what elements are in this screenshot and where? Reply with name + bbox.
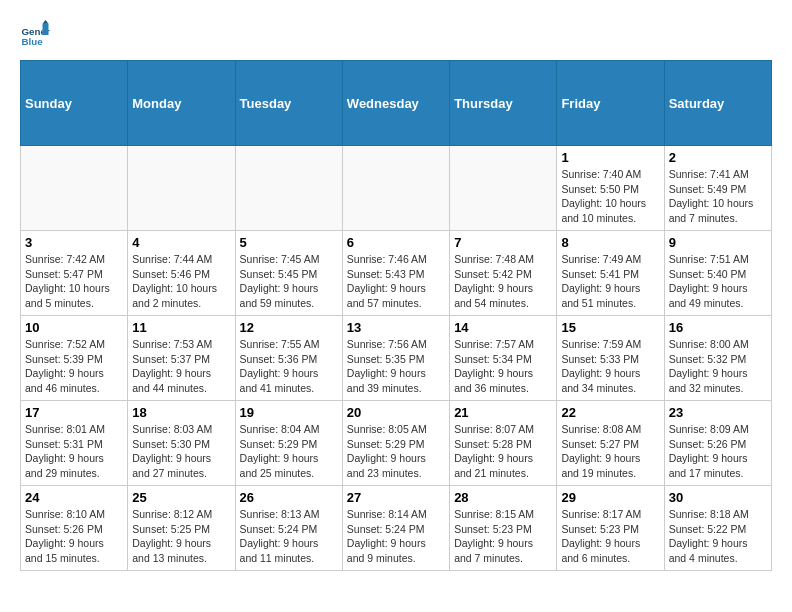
calendar-cell: 8Sunrise: 7:49 AM Sunset: 5:41 PM Daylig… xyxy=(557,231,664,316)
day-info: Sunrise: 8:07 AM Sunset: 5:28 PM Dayligh… xyxy=(454,422,552,481)
weekday-header: Tuesday xyxy=(235,61,342,146)
calendar-cell: 27Sunrise: 8:14 AM Sunset: 5:24 PM Dayli… xyxy=(342,486,449,571)
day-number: 24 xyxy=(25,490,123,505)
day-info: Sunrise: 7:53 AM Sunset: 5:37 PM Dayligh… xyxy=(132,337,230,396)
day-info: Sunrise: 7:48 AM Sunset: 5:42 PM Dayligh… xyxy=(454,252,552,311)
svg-marker-2 xyxy=(43,24,49,35)
day-number: 5 xyxy=(240,235,338,250)
day-number: 19 xyxy=(240,405,338,420)
calendar-cell: 23Sunrise: 8:09 AM Sunset: 5:26 PM Dayli… xyxy=(664,401,771,486)
day-info: Sunrise: 7:49 AM Sunset: 5:41 PM Dayligh… xyxy=(561,252,659,311)
calendar-cell: 18Sunrise: 8:03 AM Sunset: 5:30 PM Dayli… xyxy=(128,401,235,486)
day-info: Sunrise: 8:10 AM Sunset: 5:26 PM Dayligh… xyxy=(25,507,123,566)
day-number: 22 xyxy=(561,405,659,420)
calendar-cell xyxy=(235,146,342,231)
day-info: Sunrise: 8:01 AM Sunset: 5:31 PM Dayligh… xyxy=(25,422,123,481)
day-number: 16 xyxy=(669,320,767,335)
calendar-table: SundayMondayTuesdayWednesdayThursdayFrid… xyxy=(20,60,772,571)
day-info: Sunrise: 7:57 AM Sunset: 5:34 PM Dayligh… xyxy=(454,337,552,396)
calendar-cell: 15Sunrise: 7:59 AM Sunset: 5:33 PM Dayli… xyxy=(557,316,664,401)
calendar-cell: 3Sunrise: 7:42 AM Sunset: 5:47 PM Daylig… xyxy=(21,231,128,316)
calendar-cell: 2Sunrise: 7:41 AM Sunset: 5:49 PM Daylig… xyxy=(664,146,771,231)
day-number: 27 xyxy=(347,490,445,505)
calendar-cell: 13Sunrise: 7:56 AM Sunset: 5:35 PM Dayli… xyxy=(342,316,449,401)
day-info: Sunrise: 7:41 AM Sunset: 5:49 PM Dayligh… xyxy=(669,167,767,226)
day-number: 14 xyxy=(454,320,552,335)
weekday-header: Friday xyxy=(557,61,664,146)
calendar-cell: 9Sunrise: 7:51 AM Sunset: 5:40 PM Daylig… xyxy=(664,231,771,316)
day-info: Sunrise: 8:13 AM Sunset: 5:24 PM Dayligh… xyxy=(240,507,338,566)
day-number: 28 xyxy=(454,490,552,505)
calendar-cell: 21Sunrise: 8:07 AM Sunset: 5:28 PM Dayli… xyxy=(450,401,557,486)
calendar-cell: 19Sunrise: 8:04 AM Sunset: 5:29 PM Dayli… xyxy=(235,401,342,486)
day-number: 8 xyxy=(561,235,659,250)
calendar-cell xyxy=(21,146,128,231)
calendar-cell: 10Sunrise: 7:52 AM Sunset: 5:39 PM Dayli… xyxy=(21,316,128,401)
day-number: 2 xyxy=(669,150,767,165)
day-info: Sunrise: 8:12 AM Sunset: 5:25 PM Dayligh… xyxy=(132,507,230,566)
day-info: Sunrise: 7:42 AM Sunset: 5:47 PM Dayligh… xyxy=(25,252,123,311)
day-number: 17 xyxy=(25,405,123,420)
day-info: Sunrise: 8:09 AM Sunset: 5:26 PM Dayligh… xyxy=(669,422,767,481)
day-info: Sunrise: 7:52 AM Sunset: 5:39 PM Dayligh… xyxy=(25,337,123,396)
day-info: Sunrise: 8:14 AM Sunset: 5:24 PM Dayligh… xyxy=(347,507,445,566)
calendar-cell: 11Sunrise: 7:53 AM Sunset: 5:37 PM Dayli… xyxy=(128,316,235,401)
weekday-header: Sunday xyxy=(21,61,128,146)
day-number: 7 xyxy=(454,235,552,250)
day-number: 12 xyxy=(240,320,338,335)
weekday-header: Thursday xyxy=(450,61,557,146)
weekday-header: Saturday xyxy=(664,61,771,146)
weekday-header: Wednesday xyxy=(342,61,449,146)
day-info: Sunrise: 7:56 AM Sunset: 5:35 PM Dayligh… xyxy=(347,337,445,396)
calendar-cell xyxy=(450,146,557,231)
day-number: 15 xyxy=(561,320,659,335)
page-header: General Blue xyxy=(20,20,772,50)
calendar-cell: 28Sunrise: 8:15 AM Sunset: 5:23 PM Dayli… xyxy=(450,486,557,571)
calendar-cell: 6Sunrise: 7:46 AM Sunset: 5:43 PM Daylig… xyxy=(342,231,449,316)
day-number: 21 xyxy=(454,405,552,420)
day-number: 9 xyxy=(669,235,767,250)
logo: General Blue xyxy=(20,20,54,50)
svg-marker-3 xyxy=(43,20,49,24)
day-info: Sunrise: 8:05 AM Sunset: 5:29 PM Dayligh… xyxy=(347,422,445,481)
calendar-cell: 7Sunrise: 7:48 AM Sunset: 5:42 PM Daylig… xyxy=(450,231,557,316)
day-info: Sunrise: 7:59 AM Sunset: 5:33 PM Dayligh… xyxy=(561,337,659,396)
calendar-cell: 16Sunrise: 8:00 AM Sunset: 5:32 PM Dayli… xyxy=(664,316,771,401)
day-number: 26 xyxy=(240,490,338,505)
calendar-cell xyxy=(128,146,235,231)
calendar-cell: 26Sunrise: 8:13 AM Sunset: 5:24 PM Dayli… xyxy=(235,486,342,571)
svg-text:Blue: Blue xyxy=(22,36,44,47)
day-number: 20 xyxy=(347,405,445,420)
day-number: 6 xyxy=(347,235,445,250)
day-number: 18 xyxy=(132,405,230,420)
calendar-cell: 22Sunrise: 8:08 AM Sunset: 5:27 PM Dayli… xyxy=(557,401,664,486)
day-info: Sunrise: 8:18 AM Sunset: 5:22 PM Dayligh… xyxy=(669,507,767,566)
day-info: Sunrise: 8:04 AM Sunset: 5:29 PM Dayligh… xyxy=(240,422,338,481)
day-number: 1 xyxy=(561,150,659,165)
calendar-cell xyxy=(342,146,449,231)
weekday-header: Monday xyxy=(128,61,235,146)
calendar-cell: 30Sunrise: 8:18 AM Sunset: 5:22 PM Dayli… xyxy=(664,486,771,571)
day-info: Sunrise: 8:15 AM Sunset: 5:23 PM Dayligh… xyxy=(454,507,552,566)
calendar-cell: 1Sunrise: 7:40 AM Sunset: 5:50 PM Daylig… xyxy=(557,146,664,231)
day-number: 25 xyxy=(132,490,230,505)
calendar-cell: 12Sunrise: 7:55 AM Sunset: 5:36 PM Dayli… xyxy=(235,316,342,401)
day-number: 13 xyxy=(347,320,445,335)
calendar-cell: 24Sunrise: 8:10 AM Sunset: 5:26 PM Dayli… xyxy=(21,486,128,571)
day-number: 30 xyxy=(669,490,767,505)
day-info: Sunrise: 7:55 AM Sunset: 5:36 PM Dayligh… xyxy=(240,337,338,396)
calendar-cell: 25Sunrise: 8:12 AM Sunset: 5:25 PM Dayli… xyxy=(128,486,235,571)
logo-icon: General Blue xyxy=(20,20,50,50)
day-info: Sunrise: 7:44 AM Sunset: 5:46 PM Dayligh… xyxy=(132,252,230,311)
day-info: Sunrise: 7:40 AM Sunset: 5:50 PM Dayligh… xyxy=(561,167,659,226)
day-number: 3 xyxy=(25,235,123,250)
day-info: Sunrise: 7:45 AM Sunset: 5:45 PM Dayligh… xyxy=(240,252,338,311)
day-number: 10 xyxy=(25,320,123,335)
calendar-cell: 29Sunrise: 8:17 AM Sunset: 5:23 PM Dayli… xyxy=(557,486,664,571)
day-number: 4 xyxy=(132,235,230,250)
day-info: Sunrise: 8:00 AM Sunset: 5:32 PM Dayligh… xyxy=(669,337,767,396)
day-info: Sunrise: 8:03 AM Sunset: 5:30 PM Dayligh… xyxy=(132,422,230,481)
day-number: 11 xyxy=(132,320,230,335)
day-info: Sunrise: 8:08 AM Sunset: 5:27 PM Dayligh… xyxy=(561,422,659,481)
day-info: Sunrise: 7:51 AM Sunset: 5:40 PM Dayligh… xyxy=(669,252,767,311)
